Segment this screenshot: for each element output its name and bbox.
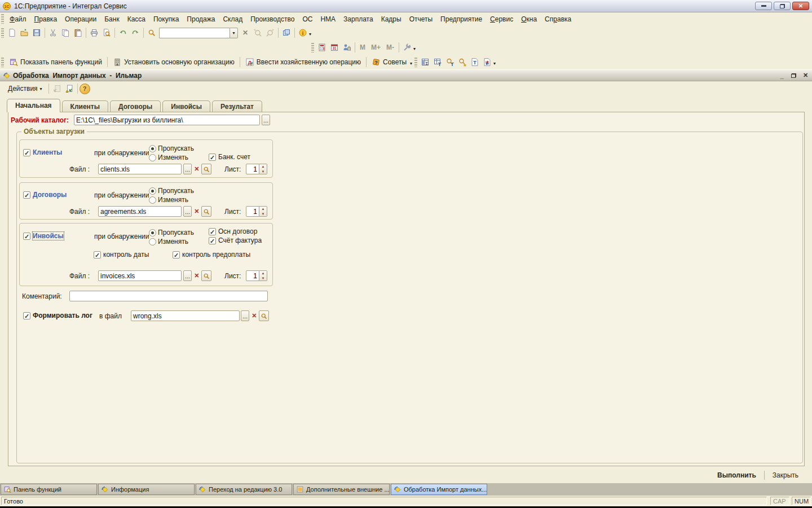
minimize-button[interactable]: [755, 2, 772, 10]
clear-search-button[interactable]: ✕: [239, 27, 251, 39]
child-close-button[interactable]: ✕: [800, 71, 811, 80]
toolbar-overflow-button[interactable]: ▾: [413, 43, 416, 55]
tab-invoices[interactable]: Инвойсы: [162, 100, 210, 112]
toolbar-overflow-button[interactable]: ▾: [309, 29, 311, 40]
clients-checkbox-label[interactable]: Клиенты: [33, 148, 62, 156]
invoices-file-open-button[interactable]: [201, 270, 211, 281]
search-input[interactable]: [159, 28, 230, 38]
menu-bank[interactable]: Банк: [100, 14, 123, 25]
invoices-skip-label[interactable]: Пропускать: [158, 229, 194, 237]
agreements-change-radio[interactable]: [149, 196, 156, 204]
child-restore-button[interactable]: [788, 71, 799, 80]
tab-agreements[interactable]: Договоры: [110, 100, 161, 112]
spin-down-icon[interactable]: ▼: [259, 276, 267, 281]
clients-sheet-input[interactable]: [246, 164, 259, 174]
invoices-sheet-input[interactable]: [246, 270, 259, 281]
run-button[interactable]: Выполнить: [712, 470, 762, 481]
user-permissions-button[interactable]: [341, 41, 353, 54]
tab-result[interactable]: Результат: [212, 100, 262, 112]
table-settings-button[interactable]: T: [431, 56, 444, 68]
menu-salary[interactable]: Зарплата: [339, 14, 377, 25]
menu-warehouse[interactable]: Склад: [219, 14, 246, 25]
totals-table-button[interactable]: Σ: [419, 56, 431, 68]
clients-sheet-spinner[interactable]: ▲▼: [259, 164, 267, 174]
help-button[interactable]: ?: [80, 84, 90, 94]
log-checkbox-label[interactable]: Формировать лог: [33, 312, 92, 319]
log-checkbox[interactable]: ✓: [23, 312, 30, 319]
menu-enterprise[interactable]: Предприятие: [436, 14, 486, 25]
set-main-organization-button[interactable]: Установить основную организацию: [109, 56, 238, 68]
agreements-checkbox[interactable]: ✓: [23, 191, 30, 199]
invoices-skip-radio[interactable]: [149, 229, 156, 237]
close-form-button[interactable]: Закрыть: [767, 470, 804, 481]
taskbar-additional-external[interactable]: Дополнительные внешние ...: [293, 484, 390, 495]
tab-clients[interactable]: Клиенты: [62, 100, 108, 112]
clients-skip-radio[interactable]: [149, 145, 156, 152]
restore-button[interactable]: [774, 2, 791, 10]
taskbar-transition-30[interactable]: Переход на редакцию 3.0: [196, 484, 292, 495]
invoices-change-label[interactable]: Изменять: [158, 238, 188, 246]
menu-reports[interactable]: Отчеты: [405, 14, 436, 25]
clients-file-open-button[interactable]: [201, 164, 211, 174]
prepay-control-checkbox[interactable]: ✓: [173, 251, 180, 259]
redo-button[interactable]: [129, 27, 142, 39]
document-text-button[interactable]: T: [469, 56, 481, 68]
spin-down-icon[interactable]: ▼: [259, 212, 267, 217]
date-control-label[interactable]: контроль даты: [103, 251, 149, 259]
menu-cash[interactable]: Касса: [123, 14, 149, 25]
menu-windows[interactable]: Окна: [517, 14, 541, 25]
save-settings-button[interactable]: [63, 82, 76, 95]
menu-service[interactable]: Сервис: [486, 14, 517, 25]
memory-subtract-button[interactable]: M-: [383, 43, 397, 51]
search-dropdown-button[interactable]: ▾: [230, 28, 238, 38]
clients-checkbox[interactable]: ✓: [23, 149, 30, 156]
actions-menu-button[interactable]: Действия ▾: [3, 83, 47, 94]
spin-up-icon[interactable]: ▲: [259, 164, 267, 169]
menu-purchase[interactable]: Покупка: [149, 14, 183, 25]
invoice-facture-label[interactable]: Счёт фактура: [218, 237, 262, 244]
menubar-grip[interactable]: [1, 14, 4, 24]
bank-account-checkbox[interactable]: ✓: [209, 154, 216, 161]
menu-help[interactable]: Справка: [541, 14, 575, 25]
log-file-browse-button[interactable]: ...: [241, 310, 249, 321]
comment-input[interactable]: [69, 291, 268, 301]
invoices-checkbox[interactable]: ✓: [23, 233, 30, 240]
service-info-button[interactable]: i: [297, 27, 309, 39]
load-settings-button[interactable]: [51, 82, 63, 95]
find-next-button[interactable]: [251, 27, 264, 39]
spin-up-icon[interactable]: ▲: [259, 271, 267, 276]
undo-button[interactable]: [117, 27, 129, 39]
menu-hr[interactable]: Кадры: [377, 14, 405, 25]
clients-file-input[interactable]: [98, 164, 182, 174]
windows-list-button[interactable]: [280, 27, 293, 39]
print-button[interactable]: [88, 27, 100, 39]
agreements-skip-radio[interactable]: [149, 187, 156, 195]
clients-file-clear-button[interactable]: ✕: [193, 164, 200, 174]
log-file-clear-button[interactable]: ✕: [250, 310, 258, 321]
cut-button[interactable]: [47, 27, 59, 39]
find-previous-button[interactable]: [264, 27, 276, 39]
print-preview-button[interactable]: [100, 27, 113, 39]
clients-file-browse-button[interactable]: ...: [183, 164, 192, 174]
main-contract-label[interactable]: Осн договор: [218, 227, 257, 235]
working-dir-browse-button[interactable]: ...: [262, 115, 270, 125]
copy-button[interactable]: [59, 27, 72, 39]
calendar-button[interactable]: 31: [328, 41, 341, 54]
working-dir-input[interactable]: [74, 115, 260, 125]
menu-production[interactable]: Производство: [246, 14, 298, 25]
menu-sale[interactable]: Продажа: [183, 14, 219, 25]
invoices-file-clear-button[interactable]: ✕: [193, 270, 200, 281]
agreements-skip-label[interactable]: Пропускать: [158, 187, 194, 195]
toolbar1-grip[interactable]: [1, 28, 4, 38]
close-button[interactable]: ✕: [792, 2, 809, 10]
clients-change-radio[interactable]: [149, 154, 156, 161]
tips-button[interactable]: ? Советы: [368, 56, 410, 68]
agreements-file-input[interactable]: [98, 206, 182, 217]
save-button[interactable]: [30, 27, 43, 39]
log-file-input[interactable]: [131, 310, 240, 321]
paste-button[interactable]: [72, 27, 84, 39]
memory-add-button[interactable]: M+: [368, 43, 383, 51]
invoices-checkbox-label[interactable]: Инвойсы: [33, 232, 64, 240]
toolbar-overflow-button[interactable]: ▾: [493, 58, 496, 69]
spin-down-icon[interactable]: ▼: [259, 169, 267, 174]
